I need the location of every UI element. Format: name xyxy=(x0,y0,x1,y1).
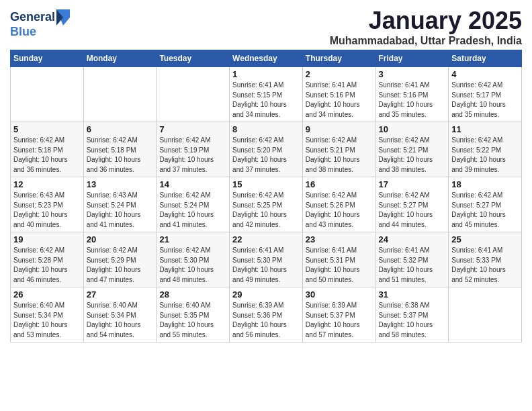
day-number: 1 xyxy=(232,69,300,79)
calendar-cell: 7Sunrise: 6:42 AM Sunset: 5:19 PM Daylig… xyxy=(157,122,230,177)
calendar-header-cell: Sunday xyxy=(11,50,84,67)
day-number: 4 xyxy=(451,69,519,79)
day-info: Sunrise: 6:40 AM Sunset: 5:34 PM Dayligh… xyxy=(13,301,81,340)
day-number: 25 xyxy=(451,234,519,244)
day-info: Sunrise: 6:42 AM Sunset: 5:21 PM Dayligh… xyxy=(306,136,373,175)
day-number: 5 xyxy=(13,124,81,134)
calendar-cell: 18Sunrise: 6:42 AM Sunset: 5:27 PM Dayli… xyxy=(449,177,522,232)
calendar-cell: 19Sunrise: 6:42 AM Sunset: 5:28 PM Dayli… xyxy=(11,232,84,287)
calendar-cell: 11Sunrise: 6:42 AM Sunset: 5:22 PM Dayli… xyxy=(449,122,522,177)
calendar-cell: 21Sunrise: 6:42 AM Sunset: 5:30 PM Dayli… xyxy=(157,232,230,287)
day-info: Sunrise: 6:42 AM Sunset: 5:30 PM Dayligh… xyxy=(159,246,226,285)
calendar-cell: 24Sunrise: 6:41 AM Sunset: 5:32 PM Dayli… xyxy=(375,232,449,287)
calendar-header-cell: Saturday xyxy=(449,50,522,67)
calendar-cell: 26Sunrise: 6:40 AM Sunset: 5:34 PM Dayli… xyxy=(11,287,84,342)
calendar-week-row: 1Sunrise: 6:41 AM Sunset: 5:15 PM Daylig… xyxy=(11,67,522,122)
day-number: 15 xyxy=(232,179,300,189)
day-info: Sunrise: 6:42 AM Sunset: 5:21 PM Dayligh… xyxy=(379,136,446,175)
day-number: 16 xyxy=(306,179,373,189)
calendar-cell: 20Sunrise: 6:42 AM Sunset: 5:29 PM Dayli… xyxy=(83,232,157,287)
calendar-header-cell: Friday xyxy=(375,50,449,67)
day-number: 10 xyxy=(379,124,446,134)
page-container: General Blue January 2025 Muhammadabad, … xyxy=(0,0,532,349)
day-number: 12 xyxy=(13,179,81,189)
calendar-cell: 4Sunrise: 6:42 AM Sunset: 5:17 PM Daylig… xyxy=(449,67,522,122)
calendar-header-cell: Tuesday xyxy=(157,50,230,67)
day-number: 20 xyxy=(87,234,154,244)
day-info: Sunrise: 6:42 AM Sunset: 5:19 PM Dayligh… xyxy=(159,136,226,175)
calendar-cell: 6Sunrise: 6:42 AM Sunset: 5:18 PM Daylig… xyxy=(83,122,157,177)
day-number: 21 xyxy=(159,234,226,244)
day-info: Sunrise: 6:41 AM Sunset: 5:30 PM Dayligh… xyxy=(232,246,300,285)
day-number: 24 xyxy=(379,234,446,244)
calendar-header-cell: Monday xyxy=(83,50,157,67)
day-number: 11 xyxy=(451,124,519,134)
day-info: Sunrise: 6:41 AM Sunset: 5:31 PM Dayligh… xyxy=(306,246,373,285)
day-number: 31 xyxy=(379,289,446,300)
day-number: 7 xyxy=(159,124,226,134)
day-info: Sunrise: 6:41 AM Sunset: 5:15 PM Dayligh… xyxy=(232,81,300,120)
calendar-cell: 15Sunrise: 6:42 AM Sunset: 5:25 PM Dayli… xyxy=(230,177,303,232)
day-number: 3 xyxy=(379,69,446,79)
calendar-cell: 9Sunrise: 6:42 AM Sunset: 5:21 PM Daylig… xyxy=(302,122,375,177)
day-info: Sunrise: 6:42 AM Sunset: 5:25 PM Dayligh… xyxy=(232,191,300,230)
day-info: Sunrise: 6:43 AM Sunset: 5:24 PM Dayligh… xyxy=(87,191,154,230)
calendar-cell: 3Sunrise: 6:41 AM Sunset: 5:16 PM Daylig… xyxy=(375,67,449,122)
month-title: January 2025 xyxy=(330,7,522,35)
logo-icon xyxy=(56,9,70,26)
location-title: Muhammadabad, Uttar Pradesh, India xyxy=(330,35,522,47)
calendar-cell: 10Sunrise: 6:42 AM Sunset: 5:21 PM Dayli… xyxy=(375,122,449,177)
calendar-week-row: 12Sunrise: 6:43 AM Sunset: 5:23 PM Dayli… xyxy=(11,177,522,232)
day-number: 26 xyxy=(13,289,81,300)
calendar-cell: 28Sunrise: 6:40 AM Sunset: 5:35 PM Dayli… xyxy=(157,287,230,342)
day-info: Sunrise: 6:39 AM Sunset: 5:37 PM Dayligh… xyxy=(306,301,373,340)
calendar-cell: 27Sunrise: 6:40 AM Sunset: 5:34 PM Dayli… xyxy=(83,287,157,342)
day-number: 23 xyxy=(306,234,373,244)
title-block: January 2025 Muhammadabad, Uttar Pradesh… xyxy=(330,7,522,47)
calendar-cell: 8Sunrise: 6:42 AM Sunset: 5:20 PM Daylig… xyxy=(230,122,303,177)
calendar-week-row: 19Sunrise: 6:42 AM Sunset: 5:28 PM Dayli… xyxy=(11,232,522,287)
day-info: Sunrise: 6:42 AM Sunset: 5:18 PM Dayligh… xyxy=(87,136,154,175)
calendar-cell: 14Sunrise: 6:42 AM Sunset: 5:24 PM Dayli… xyxy=(157,177,230,232)
calendar-cell: 22Sunrise: 6:41 AM Sunset: 5:30 PM Dayli… xyxy=(230,232,303,287)
calendar-header-row: SundayMondayTuesdayWednesdayThursdayFrid… xyxy=(11,50,522,67)
day-number: 27 xyxy=(87,289,154,300)
calendar-week-row: 5Sunrise: 6:42 AM Sunset: 5:18 PM Daylig… xyxy=(11,122,522,177)
day-info: Sunrise: 6:42 AM Sunset: 5:24 PM Dayligh… xyxy=(159,191,226,230)
calendar-table: SundayMondayTuesdayWednesdayThursdayFrid… xyxy=(10,50,522,342)
calendar-cell xyxy=(11,67,84,122)
day-number: 6 xyxy=(87,124,154,134)
day-info: Sunrise: 6:40 AM Sunset: 5:35 PM Dayligh… xyxy=(159,301,226,340)
calendar-cell: 31Sunrise: 6:38 AM Sunset: 5:37 PM Dayli… xyxy=(375,287,449,342)
calendar-cell xyxy=(83,67,157,122)
day-info: Sunrise: 6:42 AM Sunset: 5:20 PM Dayligh… xyxy=(232,136,300,175)
day-number: 9 xyxy=(306,124,373,134)
day-info: Sunrise: 6:41 AM Sunset: 5:33 PM Dayligh… xyxy=(451,246,519,285)
calendar-body: 1Sunrise: 6:41 AM Sunset: 5:15 PM Daylig… xyxy=(11,67,522,342)
day-info: Sunrise: 6:42 AM Sunset: 5:28 PM Dayligh… xyxy=(13,246,81,285)
day-info: Sunrise: 6:42 AM Sunset: 5:26 PM Dayligh… xyxy=(306,191,373,230)
calendar-cell: 5Sunrise: 6:42 AM Sunset: 5:18 PM Daylig… xyxy=(11,122,84,177)
calendar-cell: 29Sunrise: 6:39 AM Sunset: 5:36 PM Dayli… xyxy=(230,287,303,342)
calendar-cell: 13Sunrise: 6:43 AM Sunset: 5:24 PM Dayli… xyxy=(83,177,157,232)
day-info: Sunrise: 6:42 AM Sunset: 5:27 PM Dayligh… xyxy=(379,191,446,230)
day-number: 30 xyxy=(306,289,373,300)
calendar-cell: 25Sunrise: 6:41 AM Sunset: 5:33 PM Dayli… xyxy=(449,232,522,287)
day-info: Sunrise: 6:42 AM Sunset: 5:18 PM Dayligh… xyxy=(13,136,81,175)
day-info: Sunrise: 6:38 AM Sunset: 5:37 PM Dayligh… xyxy=(379,301,446,340)
calendar-cell: 1Sunrise: 6:41 AM Sunset: 5:15 PM Daylig… xyxy=(230,67,303,122)
day-info: Sunrise: 6:41 AM Sunset: 5:16 PM Dayligh… xyxy=(306,81,373,120)
day-info: Sunrise: 6:42 AM Sunset: 5:17 PM Dayligh… xyxy=(451,81,519,120)
day-info: Sunrise: 6:40 AM Sunset: 5:34 PM Dayligh… xyxy=(87,301,154,340)
calendar-cell xyxy=(449,287,522,342)
day-number: 2 xyxy=(306,69,373,79)
day-number: 19 xyxy=(13,234,81,244)
calendar-cell: 17Sunrise: 6:42 AM Sunset: 5:27 PM Dayli… xyxy=(375,177,449,232)
day-info: Sunrise: 6:42 AM Sunset: 5:22 PM Dayligh… xyxy=(451,136,519,175)
logo-general: General xyxy=(10,11,55,24)
day-info: Sunrise: 6:42 AM Sunset: 5:27 PM Dayligh… xyxy=(451,191,519,230)
day-number: 18 xyxy=(451,179,519,189)
day-info: Sunrise: 6:41 AM Sunset: 5:32 PM Dayligh… xyxy=(379,246,446,285)
logo: General Blue xyxy=(10,9,70,39)
day-info: Sunrise: 6:41 AM Sunset: 5:16 PM Dayligh… xyxy=(379,81,446,120)
